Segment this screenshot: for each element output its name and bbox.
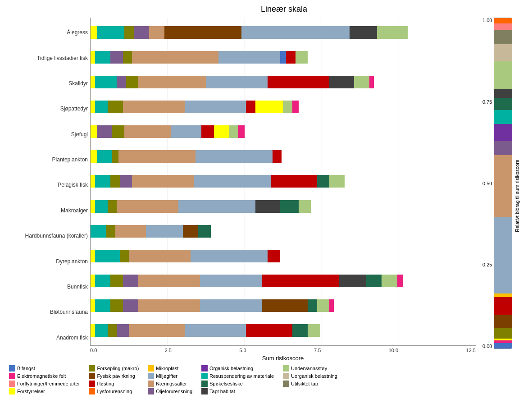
bar-segment: [292, 101, 299, 113]
right-bar-col: [494, 18, 511, 349]
bar-segment: [132, 51, 218, 64]
x-tick: 2.5: [165, 348, 172, 353]
right-bar-segment: [494, 328, 512, 339]
bar-segment: [91, 26, 97, 39]
legend-item: Miljøgifter: [148, 373, 192, 379]
legend-swatch: [9, 381, 15, 387]
bars-inner: [90, 18, 476, 346]
legend-item: Organisk belastning: [201, 365, 274, 371]
bar-segment: [134, 26, 149, 39]
bar-row: [91, 24, 476, 41]
right-bar-segment: [494, 98, 512, 110]
bar-row: [91, 173, 476, 190]
bar-segment: [171, 125, 201, 138]
y-axis-label: Ålegress: [7, 23, 88, 41]
bar-segment: [91, 150, 97, 163]
bar-segment: [329, 299, 334, 312]
legend-item: Bifangst: [9, 365, 80, 371]
bar-row: [91, 123, 476, 140]
right-bar-segment: [494, 110, 512, 124]
bar-segment: [123, 299, 138, 312]
bar-segment: [129, 324, 184, 337]
legend-item: Elektromagnetiske felt: [9, 373, 80, 379]
legend-swatch: [283, 373, 289, 379]
x-tick: 5.0: [239, 348, 246, 353]
bar-segment: [120, 250, 129, 262]
charts-row: ÅlegressTidlige livsstadier fiskSkalldyr…: [5, 18, 527, 362]
x-axis-label: Sum risikoscore: [90, 355, 476, 362]
bar-segment: [191, 250, 268, 262]
bar-row: [91, 98, 476, 115]
legend-swatch: [148, 365, 154, 371]
bar-segment: [329, 175, 345, 188]
bar-segment: [277, 250, 280, 262]
y-axis-labels: ÅlegressTidlige livsstadier fiskSkalldyr…: [5, 18, 90, 362]
bar-segment: [91, 324, 95, 337]
legend-column: MikroplastMiljøgifterNæringssalterOljefo…: [148, 365, 192, 394]
bar-segment: [112, 150, 118, 163]
legend-swatch: [201, 381, 208, 387]
right-chart-area: 1.000.750.500.250.00 Relativt bidrag til…: [482, 18, 527, 362]
bar-segment: [123, 275, 138, 287]
legend-label: Miljøgifter: [156, 373, 177, 379]
bar-segment: [178, 200, 255, 213]
bar-segment: [91, 101, 95, 113]
bar-segment: [126, 76, 138, 88]
bar-segment: [91, 76, 95, 88]
bar-segment: [271, 175, 317, 188]
legend-column: UndervannsstøyUorganisk belastningUtilsi…: [283, 365, 337, 394]
legend-swatch: [89, 365, 95, 371]
legend-area: BifangstElektromagnetiske feltForflytnin…: [5, 365, 527, 394]
y-axis-label: Sjøpattedyr: [7, 100, 88, 118]
legend-swatch: [9, 373, 15, 379]
bar-segment: [115, 225, 146, 238]
right-bar-segment: [494, 124, 512, 141]
bar-segment: [95, 51, 110, 64]
y-axis-label: Sjøfugl: [7, 125, 88, 143]
legend-label: Uorganisk belastning: [291, 373, 337, 379]
bar-segment: [308, 324, 320, 337]
bar-segment: [201, 125, 214, 138]
bar-segment: [196, 150, 273, 163]
right-bar-segment: [494, 61, 512, 89]
legend-label: Spøkelsesfiske: [209, 381, 243, 386]
bar-segment: [164, 26, 241, 39]
y-axis-label: Tidlige livsstadier fisk: [7, 49, 88, 67]
bar-segment: [183, 225, 198, 238]
right-bar-segment: [494, 294, 512, 297]
bar-segment: [146, 225, 183, 238]
right-bar-segment: [494, 30, 512, 44]
bar-segment: [255, 200, 280, 213]
bar-segment: [95, 101, 107, 113]
bar-segment: [317, 175, 329, 188]
right-y-tick: 1.00: [482, 18, 492, 23]
bar-segment: [329, 76, 354, 88]
legend-item: Forsøpling (makro): [89, 365, 139, 371]
legend-item: Undervannsstøy: [283, 365, 337, 371]
legend-swatch: [9, 388, 15, 394]
legend-item: Forflytninger/fremmede arter: [9, 381, 80, 387]
legend-label: Forflytninger/fremmede arter: [17, 381, 80, 386]
bar-segment: [117, 76, 126, 88]
bar-segment: [283, 101, 292, 113]
bar-segment: [120, 175, 132, 188]
bar-segment: [214, 125, 229, 138]
legend-swatch: [89, 373, 95, 379]
bar-segment: [91, 175, 95, 188]
bar-row: [91, 322, 476, 339]
legend-label: Høsting: [97, 381, 114, 386]
bar-segment: [299, 200, 311, 213]
bar-segment: [366, 275, 382, 287]
bar-segment: [268, 76, 329, 88]
bar-segment: [198, 225, 210, 238]
legend-label: Lysforurensning: [97, 389, 132, 394]
right-bar-segment: [494, 217, 512, 294]
legend-item: Tapt habitat: [201, 388, 274, 394]
bar-segment: [339, 275, 367, 287]
legend-swatch: [148, 381, 154, 387]
bar-segment: [95, 76, 117, 88]
legend-label: Organisk belastning: [209, 366, 253, 371]
bar-segment: [110, 51, 123, 64]
bar-segment: [95, 324, 107, 337]
legend-label: Næringssalter: [156, 381, 186, 386]
